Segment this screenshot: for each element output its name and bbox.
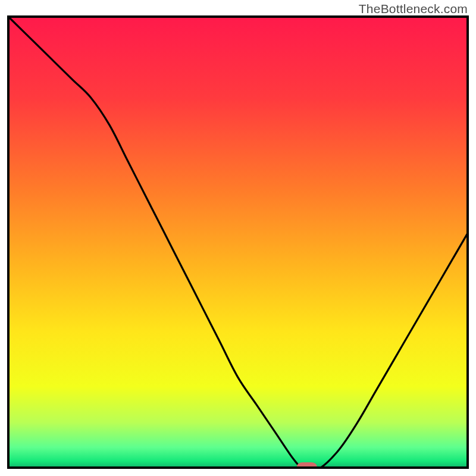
chart-frame	[7, 15, 469, 469]
bottleneck-chart	[7, 15, 469, 469]
watermark-text: TheBottleneck.com	[359, 2, 468, 16]
